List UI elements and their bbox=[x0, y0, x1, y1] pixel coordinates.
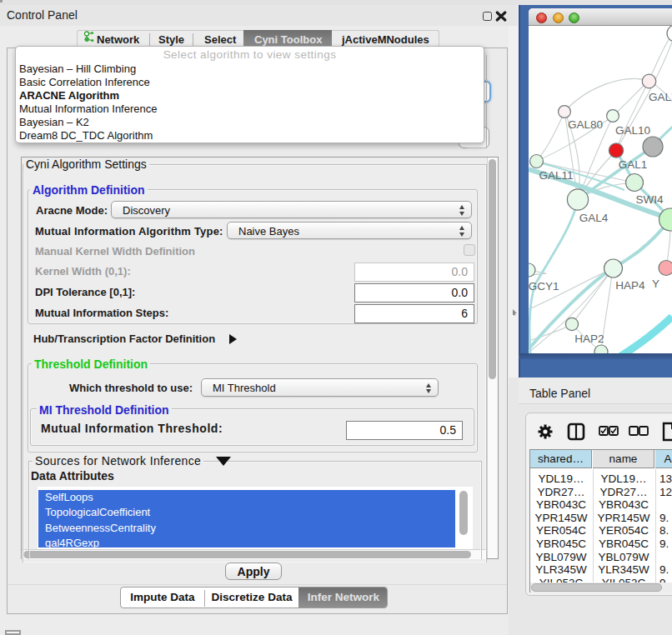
svg-text:GCY1: GCY1 bbox=[529, 280, 559, 292]
svg-text:GAL1: GAL1 bbox=[619, 158, 648, 171]
svg-text:HAP4: HAP4 bbox=[615, 279, 645, 292]
svg-text:GAL10: GAL10 bbox=[615, 124, 650, 137]
svg-text:GAL4: GAL4 bbox=[579, 212, 609, 224]
svg-text:GAL80: GAL80 bbox=[568, 118, 603, 131]
svg-text:Y: Y bbox=[652, 278, 659, 290]
svg-text:HAP2: HAP2 bbox=[574, 332, 604, 345]
svg-text:SWI4: SWI4 bbox=[635, 193, 663, 206]
svg-text:GAL7: GAL7 bbox=[649, 91, 672, 103]
svg-text:GAL11: GAL11 bbox=[539, 169, 573, 182]
